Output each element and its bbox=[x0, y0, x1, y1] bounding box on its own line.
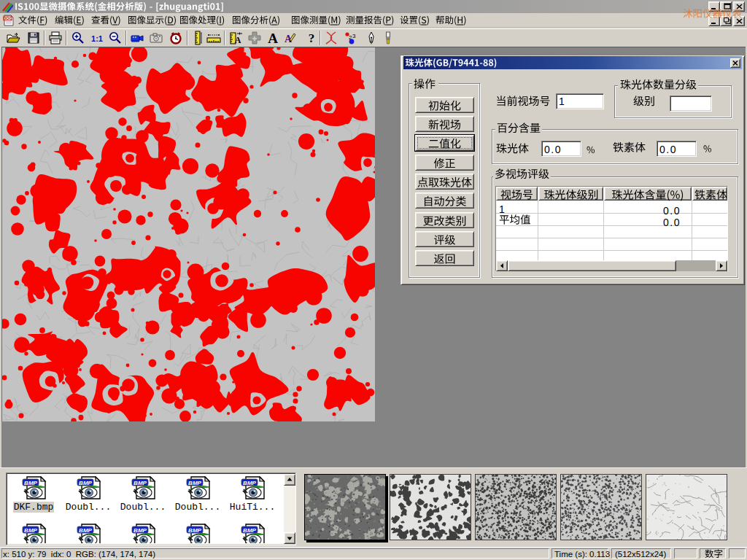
svg-text:BMP: BMP bbox=[79, 527, 92, 534]
svg-text:1:1: 1:1 bbox=[91, 34, 103, 43]
svg-text:3: 3 bbox=[352, 33, 356, 39]
svg-text:BMP: BMP bbox=[133, 527, 147, 534]
svg-text:BMP: BMP bbox=[79, 480, 92, 486]
svg-text:A: A bbox=[235, 35, 241, 45]
svg-text:DOC: DOC bbox=[3, 16, 12, 20]
svg-text:A: A bbox=[268, 31, 278, 45]
svg-text:BMP: BMP bbox=[133, 480, 147, 486]
svg-text:BMP: BMP bbox=[188, 527, 201, 534]
svg-text:BMP: BMP bbox=[188, 480, 201, 486]
svg-text:BMP: BMP bbox=[24, 480, 37, 486]
svg-text:BMP: BMP bbox=[243, 480, 256, 486]
svg-text:BMP: BMP bbox=[243, 527, 256, 534]
svg-text:BMP: BMP bbox=[24, 527, 37, 534]
svg-text:?: ? bbox=[309, 31, 315, 45]
